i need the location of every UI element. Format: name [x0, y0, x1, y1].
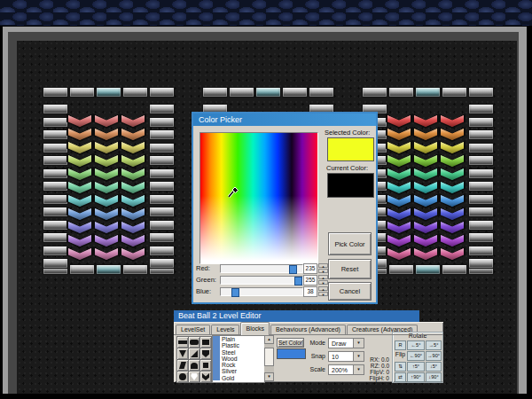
gray-brick[interactable] [149, 168, 175, 179]
shape-chevron-button[interactable] [200, 371, 212, 383]
flip-vertical-button[interactable]: ⇅ [395, 362, 406, 372]
shape-tri-right-button[interactable] [188, 348, 200, 360]
material-scrollbar[interactable]: ▲ ▼ [264, 335, 274, 381]
material-list[interactable]: PlainPlasticSteelWoodRockSilverGold [212, 335, 265, 383]
shape-square-button[interactable] [200, 359, 212, 372]
shape-tri-down-button[interactable] [176, 348, 189, 360]
gray-brick[interactable] [149, 207, 175, 217]
pick-color-button[interactable]: Pick Color [328, 232, 372, 255]
gray-brick[interactable] [43, 129, 68, 140]
gray-brick[interactable] [468, 194, 494, 205]
red-slider-thumb[interactable] [289, 265, 297, 274]
gray-brick[interactable] [309, 87, 334, 98]
blue-value-box[interactable]: 38 [303, 286, 317, 297]
gray-brick[interactable] [43, 220, 68, 231]
gray-brick[interactable] [468, 232, 494, 243]
blue-spin-down-button[interactable]: ▼ [318, 292, 328, 296]
gray-brick[interactable] [229, 87, 254, 98]
gray-brick[interactable] [149, 194, 175, 205]
gray-brick[interactable] [468, 104, 494, 114]
shape-dome-button[interactable] [188, 359, 200, 372]
rotate-r-button[interactable]: R [395, 340, 406, 350]
green-slider-track[interactable] [220, 276, 303, 285]
gray-brick[interactable] [362, 87, 387, 98]
gray-brick[interactable] [43, 258, 68, 269]
scroll-thumb[interactable] [264, 348, 274, 366]
rotate-down-5-button[interactable]: ↓5° [426, 362, 442, 372]
green-slider-thumb[interactable] [294, 277, 302, 286]
gray-brick[interactable] [43, 143, 68, 153]
gray-brick[interactable] [149, 155, 175, 166]
green-value-box[interactable]: 255 [303, 275, 317, 286]
rotate-right-90-button[interactable]: →90° [426, 351, 442, 361]
shape-bar-wide-button[interactable] [176, 336, 189, 348]
red-slider-track[interactable] [220, 264, 303, 273]
red-spin-up-button[interactable]: ▲ [318, 263, 328, 268]
gray-brick[interactable] [122, 264, 148, 275]
gray-brick[interactable] [43, 117, 68, 128]
gray-brick[interactable] [43, 168, 68, 179]
teal-brick[interactable] [415, 264, 441, 275]
gray-brick[interactable] [122, 87, 148, 98]
set-color-button[interactable]: Set Color [277, 338, 304, 348]
teal-brick[interactable] [96, 87, 121, 98]
scroll-down-button[interactable]: ▼ [264, 372, 274, 381]
gray-brick[interactable] [442, 87, 467, 98]
green-spin-down-button[interactable]: ▼ [318, 280, 328, 285]
rotate-up-90-button[interactable]: ↑90° [407, 372, 425, 382]
shape-circle-button[interactable] [176, 371, 189, 383]
rotate-down-90-button[interactable]: ↓90° [426, 372, 442, 382]
gray-brick[interactable] [468, 258, 494, 269]
gray-brick[interactable] [43, 207, 68, 217]
gray-brick[interactable] [282, 87, 308, 98]
rotate-right-5-button[interactable]: →5° [426, 340, 442, 350]
gray-brick[interactable] [468, 207, 494, 217]
gray-brick[interactable] [468, 87, 494, 98]
gray-brick[interactable] [149, 143, 175, 153]
gray-brick[interactable] [149, 129, 175, 140]
gray-brick[interactable] [468, 143, 494, 153]
tab-blocks[interactable]: Blocks [240, 322, 270, 335]
gray-brick[interactable] [43, 155, 68, 166]
gray-brick[interactable] [69, 264, 95, 275]
material-item-steel[interactable]: Steel [222, 349, 239, 356]
gray-brick[interactable] [468, 181, 494, 192]
gray-brick[interactable] [149, 258, 175, 269]
gray-brick[interactable] [149, 232, 175, 243]
material-item-plain[interactable]: Plain [222, 336, 239, 342]
gray-brick[interactable] [149, 117, 175, 128]
gray-brick[interactable] [442, 264, 467, 275]
rotate-left-90-button[interactable]: ←90° [407, 351, 425, 361]
shape-pentagon-down-button[interactable] [200, 348, 212, 360]
shape-bar-round-button[interactable] [188, 336, 200, 348]
teal-brick[interactable] [415, 87, 441, 98]
gray-brick[interactable] [468, 129, 494, 140]
gray-brick[interactable] [149, 220, 175, 231]
red-spin-down-button[interactable]: ▼ [318, 269, 328, 273]
green-spin-up-button[interactable]: ▲ [318, 275, 328, 279]
blue-slider-track[interactable] [220, 287, 303, 296]
material-item-rock[interactable]: Rock [222, 362, 239, 368]
shape-shield-button[interactable] [188, 371, 200, 383]
scroll-up-button[interactable]: ▲ [264, 335, 274, 344]
mode-dropdown-arrow-icon[interactable]: ▼ [353, 339, 364, 348]
gray-brick[interactable] [43, 104, 68, 114]
gray-brick[interactable] [388, 264, 414, 275]
gray-brick[interactable] [468, 220, 494, 231]
material-item-silver[interactable]: Silver [222, 368, 239, 374]
gray-brick[interactable] [43, 246, 68, 256]
gray-brick[interactable] [468, 246, 494, 256]
gray-brick[interactable] [69, 87, 95, 98]
gray-brick[interactable] [43, 194, 68, 205]
gray-brick[interactable] [149, 104, 175, 114]
rotate-up-5-button[interactable]: ↑5° [407, 362, 425, 372]
shape-parallelogram-button[interactable] [176, 359, 189, 372]
gray-brick[interactable] [43, 181, 68, 192]
gray-brick[interactable] [149, 181, 175, 192]
gray-brick[interactable] [202, 87, 228, 98]
color-gradient-area[interactable] [200, 132, 318, 264]
rotate-left-5-button[interactable]: ←5° [407, 340, 425, 350]
gray-brick[interactable] [149, 87, 175, 98]
blue-slider-thumb[interactable] [231, 288, 239, 297]
mode-dropdown[interactable]: Draw ▼ [328, 338, 364, 348]
